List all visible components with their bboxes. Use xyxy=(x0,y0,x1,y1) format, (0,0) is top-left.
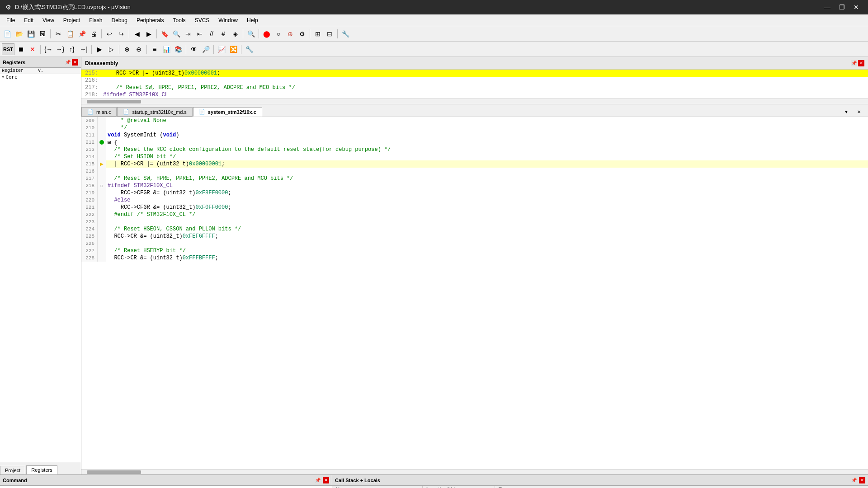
tab-mian-c[interactable]: 📄 mian.c xyxy=(81,107,117,117)
menu-item-svcs[interactable]: SVCS xyxy=(190,16,214,24)
line-bp-215[interactable]: ▶ xyxy=(98,160,106,168)
nav-back-button[interactable]: ◀ xyxy=(132,28,142,39)
code-hscrollbar[interactable] xyxy=(81,469,868,474)
command-close-button[interactable]: ✕ xyxy=(323,477,329,483)
search-icon-button[interactable]: 🔍 xyxy=(245,28,256,39)
menu-item-edit[interactable]: Edit xyxy=(19,16,38,24)
registers-close-button[interactable]: ✕ xyxy=(72,59,78,66)
line-bp-210[interactable] xyxy=(98,124,106,131)
save-all-button[interactable]: 🖫 xyxy=(37,28,48,39)
run-to-button[interactable]: →| xyxy=(78,44,89,55)
unindent-button[interactable]: ⇤ xyxy=(194,28,205,39)
run-button[interactable]: ▷ xyxy=(106,44,117,55)
perf-button[interactable]: 📈 xyxy=(216,44,227,55)
maximize-button[interactable]: ❐ xyxy=(835,2,848,12)
line-bp-228[interactable] xyxy=(98,254,106,262)
step-out-button[interactable]: ↑} xyxy=(66,44,77,55)
debug-stop-button[interactable]: ⏹ xyxy=(15,44,26,55)
callstack-pin-button[interactable]: 📌 xyxy=(851,477,857,483)
copy-button[interactable]: 📋 xyxy=(65,28,75,39)
new-button[interactable]: 📄 xyxy=(2,28,13,39)
menu-item-tools[interactable]: Tools xyxy=(169,16,190,24)
callstack-close-button[interactable]: ✕ xyxy=(859,477,865,483)
window-btn2[interactable]: ⊟ xyxy=(324,28,335,39)
run-stop-button[interactable]: ⬤ xyxy=(261,28,272,39)
window-btn[interactable]: ⊞ xyxy=(312,28,323,39)
tab-registers[interactable]: Registers xyxy=(26,465,57,474)
line-bp-220[interactable] xyxy=(98,197,106,204)
line-bp-223[interactable] xyxy=(98,218,106,225)
command-pin-button[interactable]: 📌 xyxy=(315,477,321,483)
continue-button[interactable]: ▶ xyxy=(94,44,105,55)
bookmark-button[interactable]: 🔖 xyxy=(159,28,170,39)
comment-button[interactable]: // xyxy=(206,28,217,39)
disassembly-pin-button[interactable]: 📌 xyxy=(851,60,857,66)
regview-button[interactable]: 📊 xyxy=(161,44,172,55)
find-button[interactable]: 🔍 xyxy=(171,28,182,39)
line-bp-218[interactable]: ⊟ xyxy=(98,182,106,189)
rst-button[interactable]: RST xyxy=(2,43,14,55)
menu-item-flash[interactable]: Flash xyxy=(85,16,107,24)
settings-button[interactable]: 🔧 xyxy=(340,28,351,39)
line-bp-211[interactable] xyxy=(98,131,106,139)
tab-project[interactable]: Project xyxy=(0,466,25,474)
misc-button[interactable]: ◈ xyxy=(230,28,241,39)
menu-item-help[interactable]: Help xyxy=(242,16,263,24)
redo-button[interactable]: ↪ xyxy=(116,28,127,39)
tools-btn[interactable]: 🔧 xyxy=(244,44,255,55)
menu-item-debug[interactable]: Debug xyxy=(107,16,132,24)
disasm-hscrollbar[interactable] xyxy=(81,99,868,104)
minimize-button[interactable]: — xyxy=(821,2,834,12)
undo-button[interactable]: ↩ xyxy=(104,28,115,39)
debug-x-button[interactable]: ✕ xyxy=(27,44,38,55)
menu-item-project[interactable]: Project xyxy=(59,16,85,24)
paste-button[interactable]: 📌 xyxy=(76,28,87,39)
line-bp-221[interactable] xyxy=(98,204,106,211)
line-bp-227[interactable] xyxy=(98,247,106,254)
tab-system-c[interactable]: 📄 system_stm32f10x.c xyxy=(193,107,262,117)
cut-button[interactable]: ✂ xyxy=(53,28,64,39)
save-button[interactable]: 💾 xyxy=(25,28,36,39)
print-button[interactable]: 🖨 xyxy=(88,28,99,39)
line-bp-217[interactable] xyxy=(98,175,106,182)
watch2-button[interactable]: 🔎 xyxy=(200,44,211,55)
open-button[interactable]: 📂 xyxy=(14,28,24,39)
line-bp-222[interactable] xyxy=(98,211,106,218)
debug-more-button[interactable]: ⚙ xyxy=(297,28,307,39)
menu-item-peripherals[interactable]: Peripherals xyxy=(132,16,169,24)
nav-fwd-button[interactable]: ▶ xyxy=(143,28,154,39)
cmd-view-button[interactable]: ≡ xyxy=(149,44,160,55)
disasm-hscrollbar-thumb[interactable] xyxy=(87,100,141,103)
menu-item-window[interactable]: Window xyxy=(214,16,242,24)
next-button[interactable]: ⊖ xyxy=(133,44,144,55)
line-bp-212[interactable] xyxy=(98,139,106,146)
tabs-close-button[interactable]: ✕ xyxy=(854,106,864,117)
line-bp-209[interactable] xyxy=(98,117,106,124)
debug-run-button[interactable]: ⊕ xyxy=(285,28,296,39)
line-bp-225[interactable] xyxy=(98,233,106,240)
indent-button[interactable]: ⇥ xyxy=(183,28,193,39)
tabs-menu-button[interactable]: ▼ xyxy=(841,106,852,117)
close-button[interactable]: ✕ xyxy=(850,2,863,12)
run-circle-button[interactable]: ○ xyxy=(273,28,284,39)
line-bp-219[interactable] xyxy=(98,189,106,197)
line-bp-226[interactable] xyxy=(98,240,106,247)
disassembly-close-button[interactable]: ✕ xyxy=(858,60,864,66)
trace-button[interactable]: 🔀 xyxy=(228,44,239,55)
line-bp-216[interactable] xyxy=(98,168,106,175)
code-hscrollbar-thumb[interactable] xyxy=(87,470,141,474)
line-bp-213[interactable] xyxy=(98,146,106,153)
step-into-button[interactable]: {→ xyxy=(43,44,54,55)
line-bp-224[interactable] xyxy=(98,225,106,233)
reg-group-core[interactable]: ▼ Core xyxy=(0,74,81,80)
tab-startup[interactable]: 📄 startup_stm32f10x_md.s xyxy=(117,107,192,117)
uncomment-button[interactable]: # xyxy=(218,28,229,39)
menu-item-file[interactable]: File xyxy=(2,16,19,24)
step-over-button[interactable]: →} xyxy=(55,44,66,55)
breakpoints-button[interactable]: ⊕ xyxy=(122,44,132,55)
stack-button[interactable]: 📚 xyxy=(173,44,184,55)
line-bp-214[interactable] xyxy=(98,153,106,160)
menu-item-view[interactable]: View xyxy=(38,16,59,24)
registers-pin-button[interactable]: 📌 xyxy=(65,59,71,66)
watch-button[interactable]: 👁 xyxy=(189,44,199,55)
